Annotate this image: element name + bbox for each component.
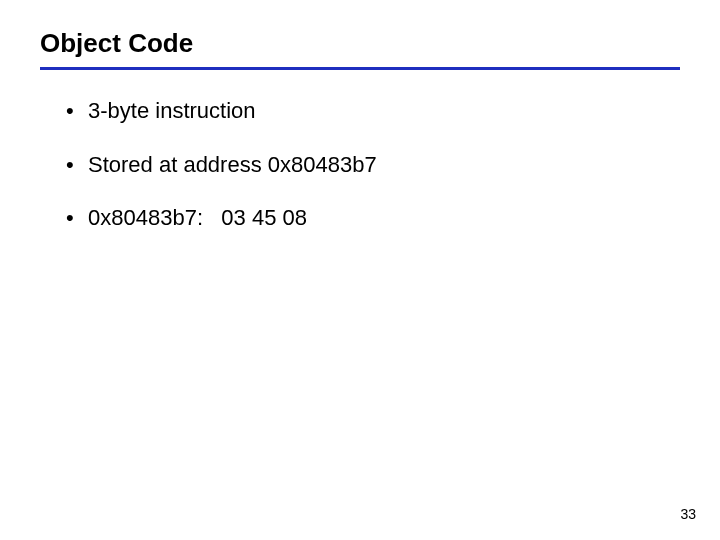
bullet-text-2: Stored at address 0x80483b7	[88, 152, 377, 177]
slide: Object Code 3-byte instruction Stored at…	[0, 0, 720, 540]
bullet-3-address: 0x80483b7:	[88, 205, 221, 230]
page-number: 33	[680, 506, 696, 522]
bullet-list: 3-byte instruction Stored at address 0x8…	[40, 96, 680, 233]
bullet-text-1: 3-byte instruction	[88, 98, 256, 123]
slide-title: Object Code	[40, 28, 680, 59]
bullet-item-1: 3-byte instruction	[66, 96, 680, 126]
bullet-3-bytes: 03 45 08	[221, 205, 307, 230]
title-divider	[40, 67, 680, 70]
bullet-item-3: 0x80483b7: 03 45 08	[66, 203, 680, 233]
bullet-item-2: Stored at address 0x80483b7	[66, 150, 680, 180]
